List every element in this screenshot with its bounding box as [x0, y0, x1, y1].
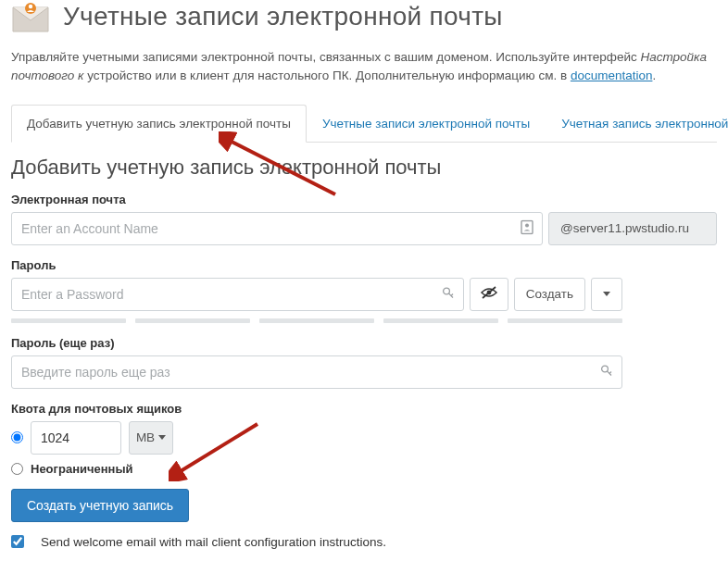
tab-default-account[interactable]: Учетная запись электронной почты по — [546, 105, 728, 142]
quota-label: Квота для почтовых ящиков — [11, 402, 717, 416]
tab-add-account[interactable]: Добавить учетную запись электронной почт… — [11, 105, 307, 143]
generate-password-options-button[interactable] — [591, 278, 622, 311]
intro-text: Управляйте учетными записями электронной… — [11, 48, 717, 86]
toggle-password-visibility-button[interactable] — [470, 278, 508, 311]
confirm-password-input[interactable] — [11, 355, 622, 389]
confirm-password-label: Пароль (еще раз) — [11, 336, 717, 350]
chevron-down-icon — [603, 292, 610, 296]
quota-unlimited-label: Неограниченный — [31, 462, 133, 476]
mail-icon — [11, 0, 50, 33]
password-input[interactable] — [11, 278, 464, 311]
quota-value-input[interactable] — [31, 421, 121, 455]
tab-accounts[interactable]: Учетные записи электронной почты — [307, 105, 546, 142]
documentation-link[interactable]: documentation — [571, 69, 653, 82]
page-title: Учетные записи электронной почты — [63, 2, 503, 31]
chevron-down-icon — [158, 435, 166, 440]
form-heading: Добавить учетную запись электронной почт… — [11, 156, 717, 180]
password-strength-meter — [11, 318, 622, 323]
account-name-input[interactable] — [11, 212, 543, 245]
svg-point-1 — [29, 5, 32, 8]
quota-unlimited-radio[interactable] — [11, 463, 23, 475]
quota-unit-button[interactable]: MB — [129, 421, 173, 455]
quota-limited-radio[interactable] — [11, 431, 23, 443]
page-header: Учетные записи электронной почты — [11, 0, 717, 33]
create-account-button[interactable]: Создать учетную запись — [11, 489, 189, 522]
tabs: Добавить учетную запись электронной почт… — [11, 105, 717, 143]
domain-addon: @server11.pwstudio.ru — [548, 212, 717, 245]
send-welcome-checkbox[interactable] — [11, 535, 24, 548]
password-label: Пароль — [11, 258, 717, 272]
generate-password-button[interactable]: Создать — [514, 278, 585, 311]
eye-off-icon — [480, 286, 498, 302]
send-welcome-label: Send welcome email with mail client conf… — [41, 535, 386, 549]
email-label: Электронная почта — [11, 193, 717, 206]
